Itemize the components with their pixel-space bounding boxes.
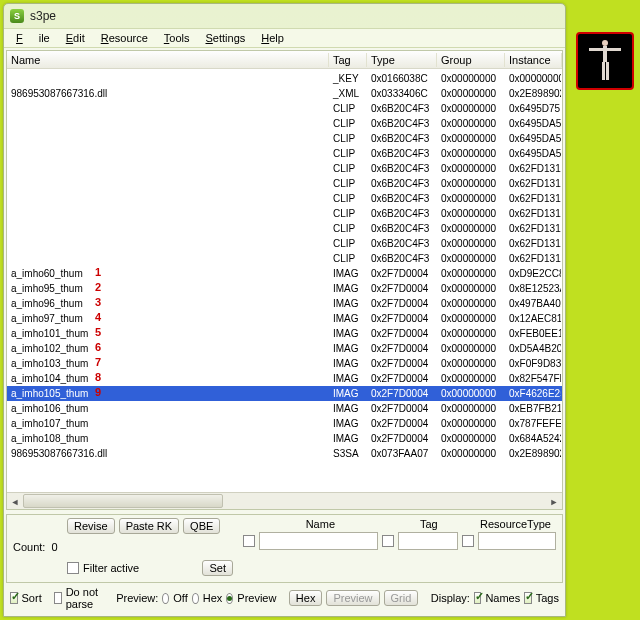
table-row[interactable]: CLIP0x6B20C4F30x000000000x6495DA51437878 bbox=[7, 146, 562, 161]
cell-group: 0x00000000 bbox=[437, 297, 505, 310]
menu-resource[interactable]: Resource bbox=[93, 30, 156, 46]
cell-name: a_imho101_thum bbox=[7, 327, 329, 340]
cell-group: 0x00000000 bbox=[437, 432, 505, 445]
table-row[interactable]: CLIP0x6B20C4F30x000000000x62FD1315A599E8 bbox=[7, 176, 562, 191]
table-row[interactable]: a_imho97_thumIMAG0x2F7D00040x000000000x1… bbox=[7, 311, 562, 326]
col-group[interactable]: Group bbox=[437, 53, 505, 67]
table-row[interactable]: a_imho96_thumIMAG0x2F7D00040x000000000x4… bbox=[7, 296, 562, 311]
preview-button[interactable]: Preview bbox=[326, 590, 379, 606]
paste-rk-button[interactable]: Paste RK bbox=[119, 518, 179, 534]
table-row[interactable]: a_imho103_thumIMAG0x2F7D00040x000000000x… bbox=[7, 356, 562, 371]
table-row[interactable]: CLIP0x6B20C4F30x000000000x62FD1315A599E8 bbox=[7, 236, 562, 251]
table-row[interactable]: a_imho104_thumIMAG0x2F7D00040x000000000x… bbox=[7, 371, 562, 386]
tag-field[interactable] bbox=[398, 532, 458, 550]
names-checkbox[interactable] bbox=[474, 592, 482, 604]
filter-active-checkbox[interactable] bbox=[67, 562, 79, 574]
table-row[interactable]: a_imho105_thumIMAG0x2F7D00040x000000000x… bbox=[7, 386, 562, 401]
preview-preview-radio[interactable] bbox=[226, 593, 233, 604]
cell-type: 0x2F7D0004 bbox=[367, 387, 437, 400]
preview-off-radio[interactable] bbox=[162, 593, 169, 604]
cell-type: 0x0166038C bbox=[367, 72, 437, 85]
name-filter-checkbox[interactable] bbox=[243, 535, 255, 547]
cell-name: 986953087667316.dll bbox=[7, 447, 329, 460]
table-row[interactable]: 986953087667316.dllS3SA0x073FAA070x00000… bbox=[7, 446, 562, 461]
preview-label: Preview: bbox=[116, 592, 158, 604]
cell-type: 0x6B20C4F3 bbox=[367, 207, 437, 220]
table-row[interactable]: CLIP0x6B20C4F30x000000000x6495DA51437878 bbox=[7, 116, 562, 131]
rows-container: _KEY0x0166038C0x000000000x00000000000009… bbox=[7, 69, 562, 492]
col-name[interactable]: Name bbox=[7, 53, 329, 67]
table-row[interactable]: CLIP0x6B20C4F30x000000000x6495D751437871 bbox=[7, 101, 562, 116]
titlebar[interactable]: S s3pe bbox=[4, 4, 565, 28]
scroll-left-icon[interactable]: ◄ bbox=[7, 493, 23, 510]
name-header: Name bbox=[258, 518, 383, 530]
revise-button[interactable]: Revise bbox=[67, 518, 115, 534]
annotation-number: 6 bbox=[95, 341, 101, 353]
name-field[interactable] bbox=[259, 532, 378, 550]
restype-field[interactable] bbox=[478, 532, 556, 550]
cell-group: 0x00000000 bbox=[437, 267, 505, 280]
table-row[interactable]: CLIP0x6B20C4F30x000000000x62FD1315A599E8 bbox=[7, 161, 562, 176]
table-row[interactable]: a_imho95_thumIMAG0x2F7D00040x000000000x8… bbox=[7, 281, 562, 296]
set-button[interactable]: Set bbox=[202, 560, 233, 576]
scroll-thumb[interactable] bbox=[23, 494, 223, 508]
menu-tools[interactable]: Tools bbox=[156, 30, 198, 46]
tags-checkbox[interactable] bbox=[524, 592, 532, 604]
cell-group: 0x00000000 bbox=[437, 132, 505, 145]
list-header[interactable]: Name Tag Type Group Instance bbox=[7, 51, 562, 69]
table-row[interactable]: 986953087667316.dll_XML0x0333406C0x00000… bbox=[7, 86, 562, 101]
cell-type: 0x6B20C4F3 bbox=[367, 162, 437, 175]
menu-edit[interactable]: Edit bbox=[58, 30, 93, 46]
table-row[interactable]: CLIP0x6B20C4F30x000000000x62FD1315A599E8 bbox=[7, 221, 562, 236]
cell-group: 0x00000000 bbox=[437, 72, 505, 85]
table-row[interactable]: CLIP0x6B20C4F30x000000000x62FD1315A599E8 bbox=[7, 251, 562, 266]
do-not-parse-checkbox[interactable] bbox=[54, 592, 62, 604]
hex-button[interactable]: Hex bbox=[289, 590, 323, 606]
annotation-number: 4 bbox=[95, 311, 101, 323]
grid-button[interactable]: Grid bbox=[384, 590, 419, 606]
table-row[interactable]: a_imho108_thumIMAG0x2F7D00040x000000000x… bbox=[7, 431, 562, 446]
menu-file[interactable]: File bbox=[8, 30, 58, 46]
cell-tag: _KEY bbox=[329, 72, 367, 85]
table-row[interactable]: _KEY0x0166038C0x000000000x0000000000000 bbox=[7, 71, 562, 86]
preview-hex-radio[interactable] bbox=[192, 593, 199, 604]
table-row[interactable]: a_imho106_thumIMAG0x2F7D00040x000000000x… bbox=[7, 401, 562, 416]
cell-tag: IMAG bbox=[329, 432, 367, 445]
restype-filter-checkbox[interactable] bbox=[462, 535, 474, 547]
h-scrollbar[interactable]: ◄ ► bbox=[7, 492, 562, 509]
preview-hex-label: Hex bbox=[203, 592, 223, 604]
cell-name bbox=[7, 183, 329, 185]
cell-name bbox=[7, 108, 329, 110]
table-row[interactable]: CLIP0x6B20C4F30x000000000x62FD1315A599E8 bbox=[7, 191, 562, 206]
qbe-button[interactable]: QBE bbox=[183, 518, 220, 534]
menu-help[interactable]: Help bbox=[253, 30, 292, 46]
table-row[interactable]: a_imho60_thumIMAG0x2F7D00040x000000000xD… bbox=[7, 266, 562, 281]
table-row[interactable]: a_imho102_thumIMAG0x2F7D00040x000000000x… bbox=[7, 341, 562, 356]
tpose-figure-icon bbox=[586, 39, 624, 83]
table-row[interactable]: CLIP0x6B20C4F30x000000000x62FD1315A599E8 bbox=[7, 206, 562, 221]
resource-list[interactable]: Name Tag Type Group Instance _KEY0x01660… bbox=[6, 50, 563, 510]
col-tag[interactable]: Tag bbox=[329, 53, 367, 67]
annotation-number: 8 bbox=[95, 371, 101, 383]
cell-instance: 0x684A524254B815 bbox=[505, 432, 562, 445]
cell-instance: 0x6495DA51437878 bbox=[505, 132, 562, 145]
cell-instance: 0x62FD1315A599E8 bbox=[505, 207, 562, 220]
cell-group: 0x00000000 bbox=[437, 327, 505, 340]
scroll-right-icon[interactable]: ► bbox=[546, 493, 562, 510]
col-instance[interactable]: Instance bbox=[505, 53, 562, 67]
menu-settings[interactable]: Settings bbox=[198, 30, 254, 46]
cell-type: 0x2F7D0004 bbox=[367, 327, 437, 340]
cell-instance: 0xEB7FB21C0102A3 bbox=[505, 402, 562, 415]
sort-checkbox[interactable] bbox=[10, 592, 18, 604]
cell-tag: IMAG bbox=[329, 342, 367, 355]
table-row[interactable]: a_imho107_thumIMAG0x2F7D00040x000000000x… bbox=[7, 416, 562, 431]
cell-name: a_imho96_thum bbox=[7, 297, 329, 310]
table-row[interactable]: CLIP0x6B20C4F30x000000000x6495DA51437878 bbox=[7, 131, 562, 146]
table-row[interactable]: a_imho101_thumIMAG0x2F7D00040x000000000x… bbox=[7, 326, 562, 341]
annotation-number: 9 bbox=[95, 386, 101, 398]
col-type[interactable]: Type bbox=[367, 53, 437, 67]
app-icon: S bbox=[10, 9, 24, 23]
cell-type: 0x2F7D0004 bbox=[367, 267, 437, 280]
tag-filter-checkbox[interactable] bbox=[382, 535, 394, 547]
cell-tag: IMAG bbox=[329, 417, 367, 430]
